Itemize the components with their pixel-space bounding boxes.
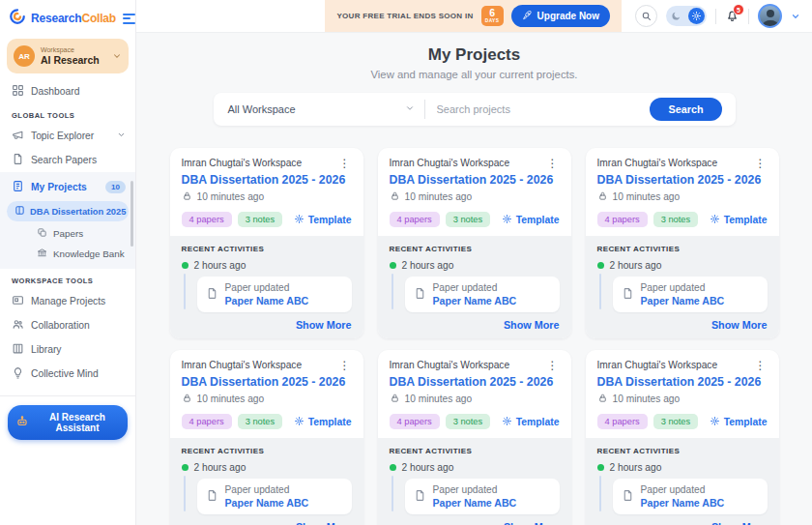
main-area: YOUR FREE TRIAL ENDS SOON IN 6 DAYS Upgr… xyxy=(136,0,812,525)
recent-activities-section: RECENT ACTIVITIES 2 hours ago Paper upda… xyxy=(378,438,571,525)
sidebar-item-dba-dissertation[interactable]: DBA Dissertation 2025 xyxy=(7,201,129,221)
rocket-icon xyxy=(522,10,533,22)
show-more-link[interactable]: Show More xyxy=(182,521,352,525)
sidebar-item-collaboration[interactable]: Collaboration xyxy=(0,313,135,337)
activity-target-link[interactable]: Paper Name ABC xyxy=(433,497,517,509)
activity-target-link[interactable]: Paper Name ABC xyxy=(641,295,725,306)
activity-action: Paper updated xyxy=(433,282,517,293)
gear-icon xyxy=(502,416,512,428)
show-more-link[interactable]: Show More xyxy=(390,521,560,525)
activity-timeline xyxy=(599,274,601,309)
project-card-icon xyxy=(14,205,25,218)
my-projects-count-badge: 10 xyxy=(105,181,126,193)
activity-timeline xyxy=(184,476,186,511)
paper-icon xyxy=(622,488,634,506)
template-button[interactable]: Template xyxy=(294,416,352,428)
activity-timeline xyxy=(392,476,393,511)
template-button[interactable]: Template xyxy=(502,214,560,226)
card-updated-time: 10 minutes ago xyxy=(405,191,473,202)
card-menu-button[interactable]: ⋮ xyxy=(546,360,560,371)
sidebar-item-manage-projects[interactable]: Manage Projects xyxy=(0,289,135,313)
upgrade-now-button[interactable]: Upgrade Now xyxy=(511,5,610,27)
sidebar-item-label: Search Papers xyxy=(31,155,97,165)
activity-item[interactable]: Paper updated Paper Name ABC xyxy=(197,479,352,514)
project-title-link[interactable]: DBA Dissertation 2025 - 2026 xyxy=(390,173,560,187)
activity-item[interactable]: Paper updated Paper Name ABC xyxy=(405,277,560,312)
activity-target-link[interactable]: Paper Name ABC xyxy=(225,295,309,306)
sidebar-item-library[interactable]: Library xyxy=(0,337,135,362)
project-title-link[interactable]: DBA Dissertation 2025 - 2026 xyxy=(182,173,352,187)
lock-icon xyxy=(597,393,608,405)
sidebar-item-dashboard[interactable]: Dashboard xyxy=(0,79,135,103)
card-updated-time: 10 minutes ago xyxy=(197,394,265,404)
workspace-selector[interactable]: AR Workspace AI Research xyxy=(7,39,129,73)
recent-activities-header: RECENT ACTIVITIES xyxy=(597,245,768,253)
card-menu-button[interactable]: ⋮ xyxy=(546,158,560,169)
template-button[interactable]: Template xyxy=(710,416,768,428)
card-menu-button[interactable]: ⋮ xyxy=(338,360,352,371)
papers-count-badge: 4 papers xyxy=(390,212,440,227)
show-more-link[interactable]: Show More xyxy=(182,319,352,331)
activity-item[interactable]: Paper updated Paper Name ABC xyxy=(405,479,560,514)
activity-target-link[interactable]: Paper Name ABC xyxy=(225,497,309,509)
project-title-link[interactable]: DBA Dissertation 2025 - 2026 xyxy=(182,375,352,389)
template-button[interactable]: Template xyxy=(294,214,352,226)
activity-target-link[interactable]: Paper Name ABC xyxy=(433,295,517,306)
project-title-link[interactable]: DBA Dissertation 2025 - 2026 xyxy=(597,173,768,187)
project-search-bar: All Workspace Search xyxy=(214,93,736,126)
card-updated-time: 10 minutes ago xyxy=(613,191,681,202)
chevron-down-icon xyxy=(112,47,122,65)
show-more-link[interactable]: Show More xyxy=(390,319,560,331)
activity-item[interactable]: Paper updated Paper Name ABC xyxy=(613,479,768,514)
activity-time: 2 hours ago xyxy=(610,260,662,271)
lock-icon xyxy=(182,190,192,203)
sidebar-item-my-projects[interactable]: My Projects 10 xyxy=(0,175,135,199)
activity-time: 2 hours ago xyxy=(194,462,246,473)
search-input[interactable] xyxy=(425,103,645,115)
template-label: Template xyxy=(724,215,768,225)
search-button[interactable]: Search xyxy=(650,98,721,121)
papers-count-badge: 4 papers xyxy=(597,212,648,227)
activity-timeline xyxy=(599,476,601,511)
project-title-link[interactable]: DBA Dissertation 2025 - 2026 xyxy=(390,375,560,389)
recent-activities-section: RECENT ACTIVITIES 2 hours ago Paper upda… xyxy=(586,438,779,525)
activity-status-dot xyxy=(597,262,604,269)
notes-count-badge: 3 notes xyxy=(653,212,699,227)
paper-icon xyxy=(206,286,218,304)
show-more-link[interactable]: Show More xyxy=(597,521,768,525)
template-label: Template xyxy=(308,215,352,225)
activity-time: 2 hours ago xyxy=(402,260,454,271)
sidebar-toggle-icon[interactable] xyxy=(121,12,137,26)
sun-icon xyxy=(688,8,705,24)
project-title-link[interactable]: DBA Dissertation 2025 - 2026 xyxy=(597,375,768,389)
notifications-bell-icon[interactable]: 5 xyxy=(725,9,740,23)
gear-icon xyxy=(294,214,304,226)
user-avatar[interactable] xyxy=(758,4,782,28)
workspace-eyebrow: Workspace xyxy=(41,46,100,54)
ai-research-assistant-button[interactable]: AI Research Assistant xyxy=(8,405,128,440)
activity-item[interactable]: Paper updated Paper Name ABC xyxy=(613,277,768,312)
sidebar-item-topic-explorer[interactable]: Topic Explorer xyxy=(0,124,135,148)
sidebar-scrollbar[interactable] xyxy=(130,181,133,247)
template-button[interactable]: Template xyxy=(710,214,768,226)
sidebar-item-collective-mind[interactable]: Collective Mind xyxy=(0,362,135,386)
activity-target-link[interactable]: Paper Name ABC xyxy=(641,497,725,509)
sidebar-item-search-papers[interactable]: Search Papers xyxy=(0,148,135,172)
show-more-link[interactable]: Show More xyxy=(597,319,768,331)
search-icon[interactable] xyxy=(635,5,657,27)
activity-item[interactable]: Paper updated Paper Name ABC xyxy=(197,277,352,312)
card-menu-button[interactable]: ⋮ xyxy=(754,158,768,169)
sidebar-item-papers[interactable]: Papers xyxy=(0,223,135,244)
sidebar-item-knowledge-bank[interactable]: Knowledge Bank xyxy=(0,244,135,264)
workspace-filter-dropdown[interactable]: All Workspace xyxy=(214,103,424,115)
theme-toggle[interactable] xyxy=(666,6,707,26)
user-menu-chevron-icon[interactable] xyxy=(791,12,800,21)
people-icon xyxy=(12,318,24,333)
template-button[interactable]: Template xyxy=(502,416,560,428)
card-menu-button[interactable]: ⋮ xyxy=(754,360,768,371)
recent-activities-section: RECENT ACTIVITIES 2 hours ago Paper upda… xyxy=(378,236,571,338)
lock-icon xyxy=(182,393,192,405)
card-menu-button[interactable]: ⋮ xyxy=(338,158,352,169)
document-icon xyxy=(12,180,24,194)
card-workspace-name: Imran Chugtai's Workspace xyxy=(390,158,510,168)
